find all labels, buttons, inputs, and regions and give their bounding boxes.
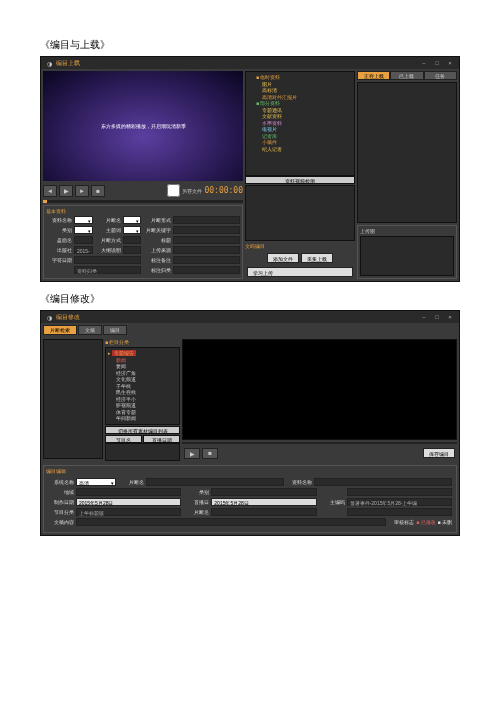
maximize-button[interactable]: □ [432,60,442,66]
material-name-select[interactable] [74,216,93,224]
progress-bar[interactable] [182,442,457,444]
upload-list[interactable] [357,82,457,223]
capture-list[interactable] [245,185,355,241]
video-preview[interactable] [182,339,457,440]
video-preview[interactable]: 东方多媒的精彩播放，开启潮玩清新季 [43,71,243,181]
image-panel: 上传图 [357,225,457,279]
time-display: 00:00:00 [204,186,243,195]
video-overlay-text: 东方多媒的精彩播放，开启潮玩清新季 [101,123,186,130]
save-file-checkbox[interactable]: 另存文件 [167,184,202,197]
material-tree[interactable]: ■ 临时资料 图片 高标清 高清对外汇报片 ■ 部分资料 专题通讯 文献资料 水… [245,71,355,176]
thumbnail-box[interactable] [360,236,454,276]
clip-name-select[interactable] [123,216,142,224]
window-catalog-edit: ◑ 编目修改 − □ × 片断检索 文稿 编目 ■ 栏目分类 ▸ 专题报告 新闻… [40,310,460,536]
caption-upload: 《编目与上载》 [40,38,460,52]
main-tabs: 片断检索 文稿 编目 [41,323,459,337]
play-button[interactable]: ▶ [59,185,73,197]
tab-catalog[interactable]: 编目 [103,325,127,335]
add-file-button[interactable]: 添加文件 [267,253,299,263]
disc-name-field[interactable] [74,236,93,244]
make-date-field[interactable]: 2015年5月28日 [76,498,181,506]
keyword-select[interactable] [123,226,142,234]
blank-zone [43,339,103,459]
close-button[interactable]: × [445,60,455,66]
clear-button[interactable]: 学习上传 [247,267,353,277]
stop-button[interactable]: ■ [202,448,218,459]
maximize-button[interactable]: □ [432,314,442,320]
window-title: 编目上载 [56,59,416,68]
publisher-field[interactable]: 2015-5-26 [74,246,93,254]
toggle-caption[interactable]: 切换所有素材编目列表 [105,426,180,434]
basic-info-panel: 基本资料 资料名称片断名 类别主题词 盘面名片断方式 出版社2015-5-26大… [43,205,243,279]
save-catalog-button[interactable]: 保存编目 [423,448,455,458]
delete-flag: ■ 未删 [438,519,452,525]
play-button[interactable]: ▶ [184,448,200,459]
next-button[interactable]: ► [75,185,89,197]
caption-edit: 《编目修改》 [40,292,460,306]
category-select[interactable] [74,226,93,234]
modified-flag: ■ 已修改 [416,519,435,525]
app-icon: ◑ [45,59,53,67]
catalog-edit-panel: 编目编辑 系统名称高清 片断名 资料名称 地域 类别 制作日期2015年5月28… [43,465,457,533]
program-grid[interactable] [105,443,180,461]
tab-uploaded[interactable]: 已上载 [390,71,423,80]
video-controls: ◄ ▶ ► ■ 另存文件 00:00:00 [43,181,243,200]
app-icon: ◑ [45,313,53,321]
tab-script[interactable]: 文稿 [78,325,102,335]
close-button[interactable]: × [445,314,455,320]
window-catalog-upload: ◑ 编目上载 − □ × 东方多媒的精彩播放，开启潮玩清新季 ◄ ▶ ► ■ 另… [40,56,460,282]
upload-tabs: 正在上载 已上载 任务 [357,71,457,80]
first-air-field[interactable]: 2015年5月28日 [211,498,316,506]
main-code-field[interactable]: 显著事件-2015年5月28-上午编 [347,498,452,506]
window-title: 编目修改 [56,313,416,322]
capture-upload-button[interactable]: 采集上载 [301,253,333,263]
tab-clip-search[interactable]: 片断检索 [43,325,77,335]
tab-uploading[interactable]: 正在上载 [357,71,390,80]
minimize-button[interactable]: − [419,314,429,320]
prev-button[interactable]: ◄ [43,185,57,197]
tab-tasks[interactable]: 任务 [424,71,457,80]
capture-header: 资料视频检测 [245,176,355,184]
column-tree[interactable]: ▸ 专题报告 新闻 要闻 经济广角 文化频道 子午线 民生在线 经济半小 影视频… [105,347,180,425]
titlebar: ◑ 编目上载 − □ × [41,57,459,69]
stop-button[interactable]: ■ [91,185,105,197]
system-name-select[interactable]: 高清 [76,478,116,486]
minimize-button[interactable]: − [419,60,429,66]
category-field[interactable]: 资料归类 [74,266,141,274]
